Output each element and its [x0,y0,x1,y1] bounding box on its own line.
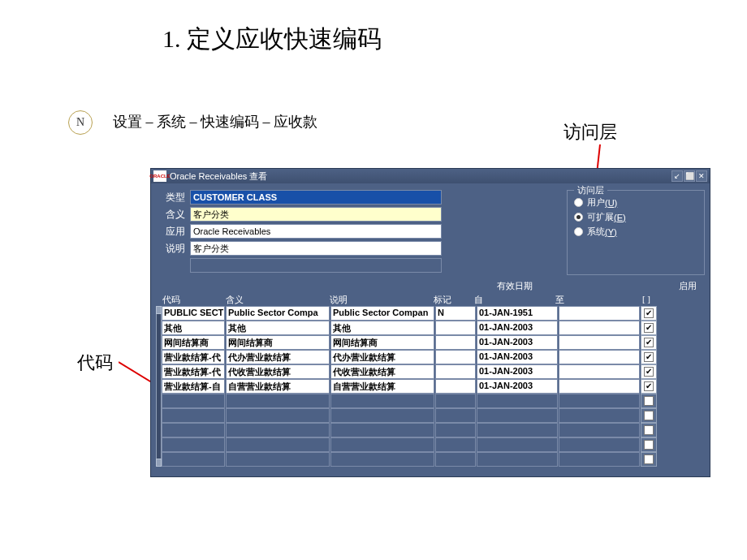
cell-desc[interactable] [330,452,434,467]
cell-meaning[interactable]: 网间结算商 [226,335,330,350]
cell-to[interactable] [559,321,640,335]
checkbox-icon[interactable] [644,396,654,406]
cell-to[interactable] [559,379,640,394]
cell-flag[interactable]: N [435,306,476,321]
cell-desc[interactable]: 自营营业款结算 [330,379,434,394]
cell-to[interactable] [559,350,640,364]
table-row-empty[interactable] [162,437,705,452]
app-input[interactable] [190,224,442,239]
cell-from[interactable]: 01-JAN-2003 [477,379,558,394]
cell-to[interactable] [559,423,640,437]
table-row-empty[interactable] [162,423,705,437]
checkbox-icon[interactable] [644,440,654,450]
cell-enable[interactable]: ✔ [641,379,657,394]
cell-to[interactable] [559,452,640,467]
cell-desc[interactable]: 网间结算商 [330,335,434,350]
cell-to[interactable] [559,306,640,321]
scroll-down-icon[interactable] [156,459,162,467]
cell-meaning[interactable] [226,452,330,467]
checkbox-icon[interactable]: ✔ [644,323,654,333]
table-row[interactable]: 网间结算商网间结算商网间结算商01-JAN-2003✔ [162,335,705,350]
scroll-up-icon[interactable] [156,306,162,314]
cell-enable[interactable]: ✔ [641,321,657,335]
cell-flag[interactable] [435,364,476,379]
type-input[interactable] [190,190,442,205]
cell-code[interactable] [162,452,225,467]
cell-from[interactable]: 01-JAN-2003 [477,335,558,350]
cell-flag[interactable] [435,321,476,335]
minimize-icon[interactable]: ↙ [671,170,683,182]
table-row[interactable]: 其他其他其他01-JAN-2003✔ [162,321,705,335]
cell-enable[interactable]: ✔ [641,364,657,379]
cell-meaning[interactable]: Public Sector Compa [226,306,330,321]
cell-desc[interactable] [330,423,434,437]
cell-desc[interactable]: 其他 [330,321,434,335]
cell-code[interactable]: 网间结算商 [162,335,225,350]
cell-from[interactable]: 01-JAN-2003 [477,321,558,335]
cell-desc[interactable] [330,394,434,408]
cell-flag[interactable] [435,452,476,467]
grid-scrollbar[interactable] [156,306,162,467]
checkbox-icon[interactable]: ✔ [644,367,654,377]
cell-code[interactable]: 其他 [162,321,225,335]
cell-meaning[interactable]: 其他 [226,321,330,335]
table-row[interactable]: 营业款结算-代代办营业款结算代办营业款结算01-JAN-2003✔ [162,350,705,364]
cell-desc[interactable] [330,437,434,452]
cell-to[interactable] [559,394,640,408]
cell-code[interactable] [162,423,225,437]
cell-enable[interactable] [641,394,657,408]
scroll-track[interactable] [156,314,162,459]
table-row-empty[interactable] [162,394,705,408]
cell-meaning[interactable]: 代收营业款结算 [226,364,330,379]
cell-meaning[interactable]: 代办营业款结算 [226,350,330,364]
cell-enable[interactable] [641,423,657,437]
cell-code[interactable]: 营业款结算-代 [162,364,225,379]
checkbox-icon[interactable]: ✔ [644,352,654,362]
cell-enable[interactable] [641,437,657,452]
cell-code[interactable] [162,394,225,408]
cell-desc[interactable]: Public Sector Compan [330,306,434,321]
cell-code[interactable]: 营业款结算-自 [162,379,225,394]
cell-meaning[interactable] [226,394,330,408]
cell-to[interactable] [559,335,640,350]
cell-desc[interactable] [330,408,434,423]
cell-from[interactable] [477,394,558,408]
maximize-icon[interactable]: ⬜ [684,170,695,182]
table-row-empty[interactable] [162,452,705,467]
cell-flag[interactable] [435,394,476,408]
cell-desc[interactable]: 代收营业款结算 [330,364,434,379]
cell-from[interactable] [477,408,558,423]
cell-from[interactable]: 01-JAN-1951 [477,306,558,321]
cell-to[interactable] [559,437,640,452]
checkbox-icon[interactable]: ✔ [644,338,654,347]
cell-flag[interactable] [435,379,476,394]
close-icon[interactable]: ✕ [696,170,707,182]
table-row[interactable]: PUBLIC SECTPublic Sector CompaPublic Sec… [162,306,705,321]
checkbox-icon[interactable] [644,425,654,435]
checkbox-icon[interactable]: ✔ [644,381,654,391]
cell-code[interactable]: 营业款结算-代 [162,350,225,364]
cell-code[interactable]: PUBLIC SECT [162,306,225,321]
table-row-empty[interactable] [162,408,705,423]
cell-flag[interactable] [435,423,476,437]
cell-enable[interactable] [641,408,657,423]
cell-from[interactable]: 01-JAN-2003 [477,364,558,379]
cell-code[interactable] [162,437,225,452]
cell-to[interactable] [559,364,640,379]
cell-to[interactable] [559,408,640,423]
cell-enable[interactable] [641,452,657,467]
checkbox-icon[interactable] [644,454,654,464]
table-row[interactable]: 营业款结算-代代收营业款结算代收营业款结算01-JAN-2003✔ [162,364,705,379]
desc-input[interactable] [190,241,442,256]
cell-flag[interactable] [435,335,476,350]
cell-flag[interactable] [435,350,476,364]
meaning-input[interactable] [190,207,442,222]
cell-meaning[interactable] [226,408,330,423]
checkbox-icon[interactable] [644,411,654,420]
cell-meaning[interactable] [226,423,330,437]
cell-from[interactable] [477,452,558,467]
cell-meaning[interactable]: 自营营业款结算 [226,379,330,394]
checkbox-icon[interactable]: ✔ [644,308,654,318]
radio-system[interactable]: 系统 (Y) [574,226,697,238]
cell-code[interactable] [162,408,225,423]
